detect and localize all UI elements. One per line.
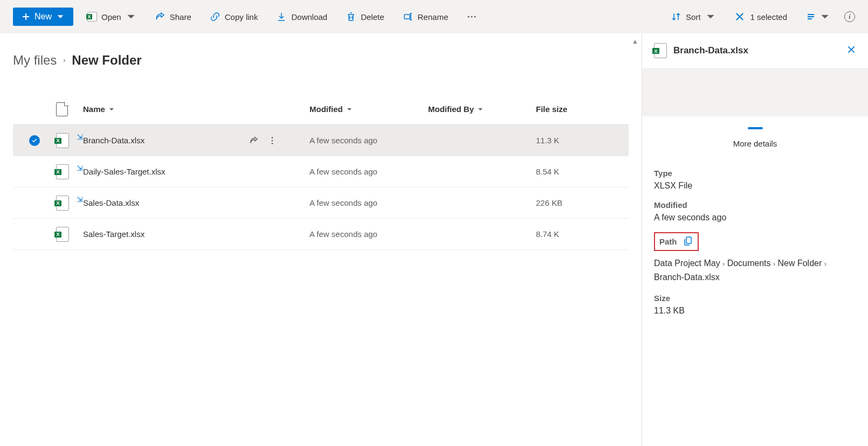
share-button[interactable]: Share <box>150 8 196 25</box>
delete-label: Delete <box>361 12 384 22</box>
size-cell: 226 KB <box>536 198 629 207</box>
excel-file-icon <box>56 133 69 148</box>
file-name[interactable]: ⇲Branch-Data.xlsx <box>83 136 144 145</box>
rename-button[interactable]: Rename <box>398 8 453 25</box>
download-label: Download <box>291 12 327 22</box>
selection-count-label: 1 selected <box>750 12 787 22</box>
list-view-icon <box>805 11 816 22</box>
path-section-highlighted: Path <box>654 232 699 251</box>
size-value: 11.3 KB <box>654 306 856 316</box>
trash-icon <box>346 11 356 22</box>
svg-rect-7 <box>686 237 691 243</box>
rename-label: Rename <box>418 12 449 22</box>
modified-column-header[interactable]: Modified <box>309 104 428 114</box>
copy-link-button[interactable]: Copy link <box>205 8 263 25</box>
sync-icon: ⇲ <box>77 133 83 141</box>
sync-icon: ⇲ <box>77 195 83 204</box>
svg-point-4 <box>272 137 273 138</box>
table-row[interactable]: Sales-Target.xlsxA few seconds ago8.74 K <box>13 219 629 250</box>
share-icon[interactable] <box>249 136 259 145</box>
excel-file-icon <box>56 196 69 211</box>
row-select-circle[interactable] <box>29 229 40 240</box>
modified-cell: A few seconds ago <box>309 198 428 207</box>
size-label: Size <box>654 294 856 303</box>
file-table: Name Modified Modified By File size ⇲Bra… <box>13 94 629 250</box>
new-button[interactable]: New <box>13 8 73 26</box>
view-toggle-button[interactable] <box>801 8 835 25</box>
scroll-up-indicator[interactable]: ▲ <box>632 38 638 45</box>
chevron-right-icon: › <box>824 260 826 268</box>
close-icon <box>734 11 745 22</box>
path-part[interactable]: Data Project May <box>654 259 720 268</box>
download-button[interactable]: Download <box>272 8 332 25</box>
close-details-button[interactable] <box>846 45 856 57</box>
type-label: Type <box>654 169 856 178</box>
ellipsis-icon <box>466 11 477 22</box>
path-part[interactable]: Documents <box>727 259 771 268</box>
chevron-down-icon <box>477 106 484 113</box>
file-name[interactable]: Sales-Target.xlsx <box>83 229 144 239</box>
size-cell: 8.54 K <box>536 167 629 176</box>
path-part[interactable]: New Folder <box>777 259 822 268</box>
copy-path-button[interactable] <box>683 235 693 248</box>
svg-rect-0 <box>404 15 410 19</box>
chevron-down-icon <box>705 11 716 22</box>
modified-cell: A few seconds ago <box>309 167 428 176</box>
chevron-right-icon: › <box>722 260 725 268</box>
type-value: XLSX File <box>654 181 856 191</box>
path-value: Data Project May › Documents › New Folde… <box>654 256 856 284</box>
info-button[interactable]: i <box>844 11 855 22</box>
chevron-right-icon: › <box>773 260 775 268</box>
command-toolbar: New Open Share Copy link Download Delete… <box>0 0 868 33</box>
open-button[interactable]: Open <box>83 8 141 25</box>
svg-point-2 <box>471 16 473 18</box>
table-row[interactable]: ⇲Branch-Data.xlsxA few seconds ago11.3 K <box>13 125 629 156</box>
excel-icon <box>87 12 97 22</box>
row-selected-checkmark-icon[interactable] <box>29 135 40 146</box>
row-select-circle[interactable] <box>29 198 40 208</box>
breadcrumb-root[interactable]: My files <box>13 53 57 68</box>
excel-file-icon <box>56 227 69 242</box>
table-row[interactable]: ⇲Daily-Sales-Target.xlsxA few seconds ag… <box>13 156 629 187</box>
file-name[interactable]: ⇲Daily-Sales-Target.xlsx <box>83 167 166 176</box>
delete-button[interactable]: Delete <box>341 8 388 25</box>
copy-icon <box>683 235 693 246</box>
details-preview-area <box>642 68 868 116</box>
copy-link-label: Copy link <box>225 12 258 22</box>
clear-selection-button[interactable]: 1 selected <box>730 8 791 25</box>
modified-label: Modified <box>654 200 856 210</box>
size-column-header[interactable]: File size <box>536 104 629 114</box>
file-type-column-icon[interactable] <box>56 102 68 116</box>
share-label: Share <box>170 12 191 22</box>
svg-point-5 <box>272 140 273 141</box>
chevron-down-icon <box>819 11 830 22</box>
more-icon[interactable] <box>267 136 277 145</box>
size-cell: 8.74 K <box>536 229 629 239</box>
modified-by-column-header[interactable]: Modified By <box>428 104 536 114</box>
more-actions-button[interactable] <box>462 8 481 25</box>
rename-icon <box>403 11 414 22</box>
excel-file-icon <box>56 164 69 179</box>
details-title: Branch-Data.xlsx <box>673 45 840 56</box>
sync-icon: ⇲ <box>77 164 83 172</box>
modified-cell: A few seconds ago <box>309 229 428 239</box>
row-select-circle[interactable] <box>29 166 40 177</box>
more-details-toggle[interactable]: More details <box>642 116 868 155</box>
table-row[interactable]: ⇲Sales-Data.xlsxA few seconds ago226 KB <box>13 187 629 219</box>
table-header: Name Modified Modified By File size <box>13 94 629 125</box>
svg-point-3 <box>474 16 476 18</box>
file-name[interactable]: ⇲Sales-Data.xlsx <box>83 198 139 207</box>
modified-value: A few seconds ago <box>654 213 856 222</box>
open-label: Open <box>101 12 121 22</box>
path-label: Path <box>659 237 677 246</box>
chevron-down-icon <box>108 106 115 113</box>
breadcrumb: My files › New Folder <box>13 53 629 68</box>
chevron-down-icon <box>56 12 65 21</box>
svg-point-1 <box>468 16 470 18</box>
sort-button[interactable]: Sort <box>666 8 720 25</box>
close-icon <box>846 45 856 54</box>
path-part[interactable]: Branch-Data.xlsx <box>654 273 720 282</box>
name-column-header[interactable]: Name <box>83 104 309 114</box>
chevron-right-icon: › <box>63 57 65 64</box>
file-list-pane: ▲ My files › New Folder Name Modified Mo… <box>0 33 642 446</box>
